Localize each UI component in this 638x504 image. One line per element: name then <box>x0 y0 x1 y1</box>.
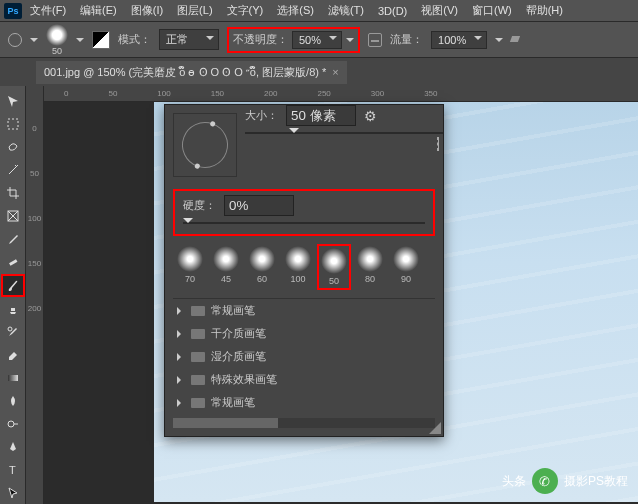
healing-brush-tool[interactable] <box>2 252 24 273</box>
mode-label: 模式： <box>118 32 151 47</box>
size-slider[interactable] <box>245 132 443 134</box>
brush-presets-row: 70 45 60 100 50 80 90 <box>165 240 443 294</box>
menu-type[interactable]: 文字(Y) <box>221 1 270 20</box>
brush-folder[interactable]: 湿介质画笔 <box>173 345 435 368</box>
svg-text:T: T <box>9 464 16 476</box>
vertical-ruler: 0 50 100 150 200 <box>26 86 44 504</box>
chevron-right-icon <box>177 330 185 338</box>
watermark: 头条 ✆ 摄影PS教程 <box>502 468 628 494</box>
chevron-down-icon[interactable] <box>495 38 503 46</box>
ruler-tick: 50 <box>30 169 39 178</box>
move-tool[interactable] <box>2 90 24 111</box>
folder-icon <box>191 375 205 385</box>
lasso-tool[interactable] <box>2 136 24 157</box>
ruler-tick: 200 <box>264 89 277 98</box>
opacity-label: 不透明度： <box>233 32 288 47</box>
brush-preset[interactable]: 100 <box>283 246 313 284</box>
watermark-text: 摄影PS教程 <box>564 473 628 490</box>
blend-mode-select[interactable]: 正常 <box>159 29 219 50</box>
brush-preset-selected[interactable]: 50 <box>319 246 349 288</box>
brush-preview-icon[interactable] <box>46 24 68 46</box>
ruler-tick: 150 <box>28 259 41 268</box>
svg-rect-4 <box>8 375 18 381</box>
document-tab[interactable]: 001.jpg @ 150% (完美磨皮 oຶ ө ʘ O ʘ O ˶oຶ, 图… <box>36 61 347 84</box>
folder-icon <box>191 398 205 408</box>
ruler-tick: 100 <box>28 214 41 223</box>
blur-tool[interactable] <box>2 390 24 411</box>
dodge-tool[interactable] <box>2 414 24 435</box>
clone-stamp-tool[interactable] <box>2 298 24 319</box>
menu-help[interactable]: 帮助(H) <box>520 1 569 20</box>
hardness-slider[interactable] <box>183 222 425 224</box>
menu-file[interactable]: 文件(F) <box>24 1 72 20</box>
workspace: T 0 50 100 150 200 0 50 100 150 200 250 … <box>0 86 638 504</box>
marquee-tool[interactable] <box>2 113 24 134</box>
folder-label: 湿介质画笔 <box>211 349 266 364</box>
resize-grip-icon[interactable] <box>429 422 441 434</box>
opacity-input[interactable]: 50% <box>292 31 342 49</box>
pen-tool[interactable] <box>2 437 24 458</box>
brush-folder[interactable]: 干介质画笔 <box>173 322 435 345</box>
brush-preset[interactable]: 70 <box>175 246 205 284</box>
type-tool[interactable]: T <box>2 460 24 481</box>
brush-preset[interactable]: 90 <box>391 246 421 284</box>
eraser-tool[interactable] <box>2 344 24 365</box>
brush-panel-toggle-icon[interactable] <box>92 31 110 49</box>
airbrush-icon[interactable] <box>511 34 527 46</box>
ruler-tick: 0 <box>32 124 36 133</box>
chevron-down-icon[interactable] <box>76 38 84 46</box>
brush-folder[interactable]: 常规画笔 <box>173 391 435 414</box>
wechat-icon: ✆ <box>532 468 558 494</box>
watermark-prefix: 头条 <box>502 473 526 490</box>
brush-preset[interactable]: 45 <box>211 246 241 284</box>
crop-tool[interactable] <box>2 182 24 203</box>
brush-preset-panel: 大小： ⚙ 硬度： 70 45 60 100 <box>164 104 444 437</box>
chevron-right-icon <box>177 353 185 361</box>
gradient-tool[interactable] <box>2 367 24 388</box>
magic-wand-tool[interactable] <box>2 159 24 180</box>
panel-scrollbar[interactable] <box>173 418 435 428</box>
gear-icon[interactable]: ⚙ <box>364 108 377 124</box>
path-select-tool[interactable] <box>2 483 24 504</box>
ruler-tick: 250 <box>317 89 330 98</box>
menu-image[interactable]: 图像(I) <box>125 1 169 20</box>
horizontal-ruler: 0 50 100 150 200 250 300 350 <box>44 86 638 102</box>
menu-edit[interactable]: 编辑(E) <box>74 1 123 20</box>
eyedropper-tool[interactable] <box>2 229 24 250</box>
folder-label: 常规画笔 <box>211 303 255 318</box>
folder-label: 常规画笔 <box>211 395 255 410</box>
brush-folder[interactable]: 特殊效果画笔 <box>173 368 435 391</box>
tool-preset-icon[interactable] <box>8 33 22 47</box>
flow-input[interactable]: 100% <box>431 31 487 49</box>
brush-preset[interactable]: 80 <box>355 246 385 284</box>
ruler-tick: 150 <box>211 89 224 98</box>
menu-view[interactable]: 视图(V) <box>415 1 464 20</box>
hardness-input[interactable] <box>224 195 294 216</box>
brush-folder[interactable]: 常规画笔 <box>173 299 435 322</box>
chevron-down-icon[interactable] <box>30 38 38 46</box>
folder-icon <box>191 352 205 362</box>
brush-tip-preview[interactable] <box>173 113 237 177</box>
menu-layer[interactable]: 图层(L) <box>171 1 218 20</box>
flip-icon[interactable] <box>437 137 439 151</box>
folder-icon <box>191 329 205 339</box>
menu-filter[interactable]: 滤镜(T) <box>322 1 370 20</box>
chevron-right-icon <box>177 307 185 315</box>
svg-point-5 <box>8 421 14 427</box>
chevron-down-icon[interactable] <box>346 38 354 46</box>
size-input[interactable] <box>286 105 356 126</box>
flow-label: 流量： <box>390 32 423 47</box>
brush-preset[interactable]: 60 <box>247 246 277 284</box>
close-tab-icon[interactable]: × <box>332 66 338 78</box>
history-brush-tool[interactable] <box>2 321 24 342</box>
menu-window[interactable]: 窗口(W) <box>466 1 518 20</box>
frame-tool[interactable] <box>2 206 24 227</box>
menu-bar: Ps 文件(F) 编辑(E) 图像(I) 图层(L) 文字(Y) 选择(S) 滤… <box>0 0 638 22</box>
folder-label: 干介质画笔 <box>211 326 266 341</box>
menu-select[interactable]: 选择(S) <box>271 1 320 20</box>
brush-tool[interactable] <box>2 275 24 296</box>
menu-3d[interactable]: 3D(D) <box>372 3 413 19</box>
chevron-right-icon <box>177 376 185 384</box>
pressure-opacity-icon[interactable] <box>368 33 382 47</box>
svg-rect-2 <box>9 259 17 266</box>
